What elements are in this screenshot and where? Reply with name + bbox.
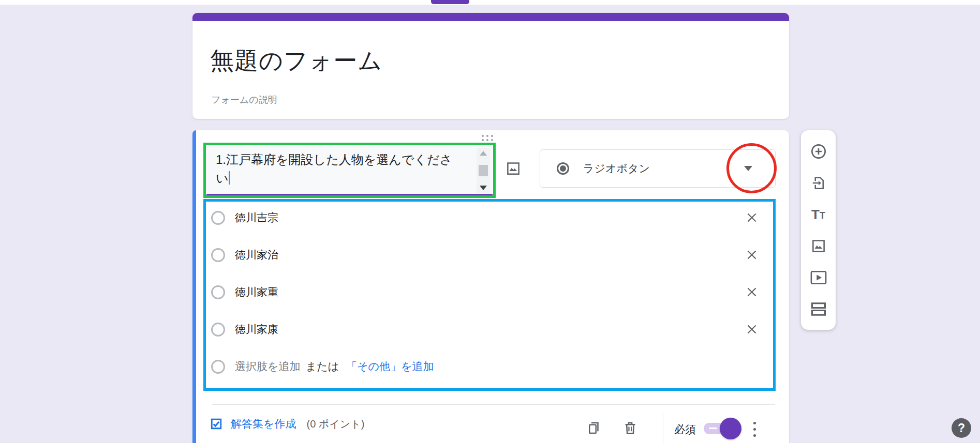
browser-top-strip (0, 0, 980, 5)
chevron-down-icon[interactable] (744, 166, 752, 171)
form-title-input[interactable]: 無題のフォーム (210, 45, 382, 77)
points-label: (0 ポイント) (307, 417, 365, 431)
add-image-button[interactable] (498, 154, 528, 184)
answer-key-label: 解答集を作成 (231, 417, 296, 431)
radio-button-type-icon (557, 162, 569, 175)
import-icon (811, 175, 826, 191)
answer-key-button[interactable]: 解答集を作成 (0 ポイント) (209, 417, 364, 431)
add-video-button[interactable] (807, 266, 830, 289)
form-description-input[interactable]: フォームの説明 (211, 94, 277, 106)
question-type-dropdown[interactable]: ラジオボタン (540, 149, 776, 188)
kebab-menu-icon (753, 422, 756, 424)
option-row: 徳川家重 (207, 276, 772, 308)
option-row: 徳川家康 (207, 313, 772, 345)
question-text-input[interactable]: 1.江戸幕府を開設した人物を選んでください (206, 146, 493, 195)
remove-option-button[interactable] (745, 323, 759, 336)
scroll-down-icon[interactable] (480, 186, 487, 190)
toggle-thumb (720, 418, 741, 439)
or-text: または (306, 359, 339, 374)
delete-button[interactable] (621, 418, 639, 438)
copy-icon (586, 420, 602, 436)
add-section-button[interactable] (807, 298, 830, 320)
required-toggle[interactable] (704, 423, 740, 434)
add-option-row: 選択肢を追加 または 「その他」を追加 (207, 350, 772, 383)
question-type-label: ラジオボタン (583, 161, 650, 176)
question-mark-icon: ? (958, 421, 965, 435)
remove-option-button[interactable] (745, 248, 759, 262)
selected-tab-indicator (431, 0, 469, 4)
option-label[interactable]: 徳川家重 (235, 285, 278, 299)
option-label[interactable]: 徳川家康 (235, 322, 278, 337)
option-row: 徳川吉宗 (207, 202, 772, 234)
option-row: 徳川家治 (207, 239, 772, 271)
insert-toolbar: TT (801, 130, 836, 330)
theme-color-bar (192, 13, 789, 21)
add-question-button[interactable] (807, 140, 830, 163)
add-other-link[interactable]: 「その他」を追加 (346, 359, 434, 374)
radio-circle-icon (211, 248, 225, 262)
answer-key-icon (209, 417, 224, 431)
add-circle-icon (810, 143, 827, 160)
form-title-card: 無題のフォーム フォームの説明 (192, 13, 789, 119)
option-label[interactable]: 徳川吉宗 (235, 210, 278, 225)
option-label[interactable]: 徳川家治 (235, 248, 278, 262)
image-icon (811, 238, 826, 254)
card-footer-divider (212, 404, 775, 405)
remove-option-button[interactable] (745, 211, 759, 224)
radio-circle-icon (211, 285, 225, 299)
add-title-text-button[interactable]: TT (807, 203, 830, 226)
radio-circle-icon (211, 211, 225, 225)
video-icon (810, 270, 827, 285)
trash-icon (622, 420, 638, 436)
image-icon (506, 161, 521, 176)
toggle-track-highlight (709, 427, 717, 429)
more-options-button[interactable] (747, 417, 762, 441)
text-cursor (229, 171, 230, 185)
scroll-up-icon[interactable] (480, 151, 487, 156)
footer-separator (663, 414, 663, 443)
add-option-button[interactable]: 選択肢を追加 (235, 359, 301, 374)
remove-option-button[interactable] (745, 285, 759, 299)
required-label: 必須 (674, 422, 696, 437)
section-icon (811, 302, 826, 316)
radio-circle-icon (211, 360, 225, 374)
selected-card-border (192, 130, 196, 443)
text-title-icon: TT (811, 208, 825, 221)
drag-handle-icon[interactable] (482, 135, 493, 141)
import-questions-button[interactable] (807, 172, 830, 194)
duplicate-button[interactable] (585, 418, 603, 438)
help-button[interactable]: ? (952, 418, 971, 438)
question-text: 1.江戸幕府を開設した人物を選んでください (216, 152, 452, 185)
radio-circle-icon (211, 323, 225, 337)
add-image-toolbar-button[interactable] (807, 235, 830, 257)
question-input-scrollbar[interactable] (477, 148, 490, 193)
scrollbar-thumb[interactable] (479, 165, 488, 176)
